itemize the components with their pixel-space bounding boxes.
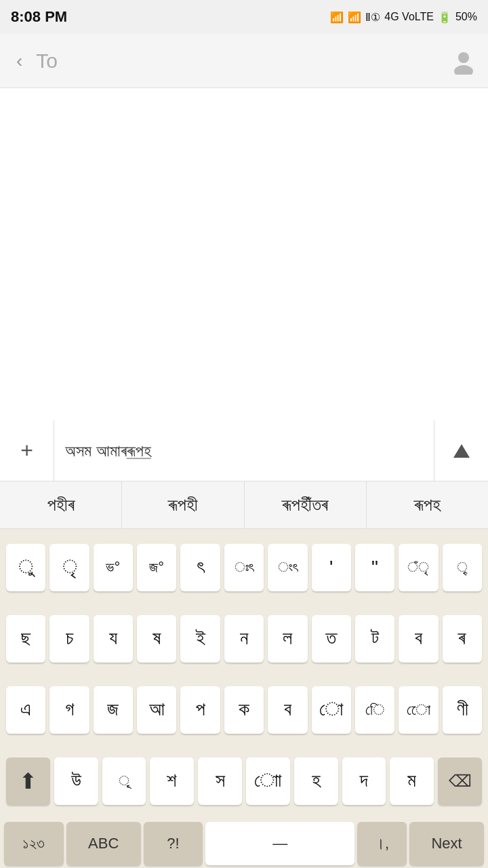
key-ra[interactable]: ৰ: [443, 615, 482, 663]
key-ba[interactable]: ব: [399, 615, 438, 663]
key-ta[interactable]: ত: [312, 615, 351, 663]
key-cha[interactable]: চ: [49, 615, 89, 663]
key-uu[interactable]: উ: [54, 757, 98, 805]
typed-text-prefix: অসম আমাৰ: [65, 441, 127, 460]
shift-key[interactable]: ⬆: [6, 757, 50, 805]
bottom-keyboard-row: ১২৩ ABC ?! — ।, Next: [0, 819, 488, 868]
to-input[interactable]: To: [36, 50, 442, 73]
key-ret[interactable]: ৎ: [180, 544, 220, 591]
next-button[interactable]: Next: [409, 822, 484, 865]
suggestions-plus-button[interactable]: +: [0, 420, 54, 481]
comma-key[interactable]: ।,: [357, 822, 407, 865]
back-button[interactable]: ‹: [11, 45, 28, 77]
abc-key[interactable]: ABC: [66, 822, 141, 865]
key-chha[interactable]: ছ: [6, 615, 45, 663]
key-i[interactable]: ই: [180, 615, 220, 663]
space-key[interactable]: —: [205, 822, 354, 865]
key-na[interactable]: ন: [224, 615, 264, 663]
key-ja[interactable]: জ: [94, 686, 133, 734]
key-bh-sup[interactable]: ভ°: [94, 544, 133, 591]
bluetooth-icon: 📶: [330, 11, 344, 24]
key-visarg[interactable]: ঃৎ: [224, 544, 264, 591]
key-sha2[interactable]: শ: [150, 757, 194, 805]
punct-key[interactable]: ?!: [144, 822, 203, 865]
key-row-1: ু ৃ ভ° জ° ৎ ঃৎ ংৎ ' " ঁৃ ৃ্: [0, 532, 488, 603]
signal-icon: Ⅱ①: [365, 11, 380, 24]
key-ka[interactable]: ক: [224, 686, 264, 734]
key-u-vowel[interactable]: ু: [6, 544, 45, 591]
keyboard-section: + অসম আমাৰ ৰূপহ পহীৰ ৰূপহী ৰূপহীঁতৰ ৰূপহ…: [0, 420, 488, 868]
suggestions-top-bar: + অসম আমাৰ ৰূপহ: [0, 420, 488, 481]
key-ma[interactable]: ম: [390, 757, 434, 805]
key-pa[interactable]: প: [180, 686, 220, 734]
key-oe-vow[interactable]: োে: [399, 686, 438, 734]
key-ga[interactable]: গ: [49, 686, 89, 734]
key-ri-vowel[interactable]: ৃ: [49, 544, 89, 591]
delete-icon: ⌫: [449, 772, 472, 791]
key-ha[interactable]: হ: [294, 757, 338, 805]
status-icons: 📶 📶 Ⅱ① 4G VoLTE 🔋 50%: [330, 11, 477, 24]
key-e[interactable]: এ: [6, 686, 45, 734]
key-ba2[interactable]: ব: [268, 686, 307, 734]
suggestion-item-3[interactable]: ৰূপহ: [367, 481, 488, 528]
network-label: 4G VoLTE: [384, 11, 434, 23]
wifi-icon: 📶: [348, 11, 361, 24]
key-i-vow[interactable]: িে: [355, 686, 394, 734]
key-la[interactable]: ল: [268, 615, 307, 663]
key-row-2: ছ চ য ষ ই ন ল ত ট ব ৰ: [0, 603, 488, 674]
key-tta[interactable]: ট: [355, 615, 394, 663]
key-o2[interactable]: োা: [246, 757, 290, 805]
key-row-4: ⬆ উ ূ্ শ স োা হ দ ম ⌫: [0, 745, 488, 816]
keyboard-rows: ু ৃ ভ° জ° ৎ ঃৎ ংৎ ' " ঁৃ ৃ্ ছ চ য ষ ই ন …: [0, 529, 488, 819]
contact-icon-button[interactable]: [450, 47, 477, 75]
key-j-sup[interactable]: জ°: [137, 544, 176, 591]
space-icon: —: [272, 835, 287, 852]
suggestion-item-2[interactable]: ৰূপহীঁতৰ: [245, 481, 367, 528]
key-da[interactable]: দ: [342, 757, 386, 805]
svg-point-0: [458, 52, 469, 63]
status-bar: 8:08 PM 📶 📶 Ⅱ① 4G VoLTE 🔋 50%: [0, 0, 488, 34]
email-body-area[interactable]: [0, 88, 488, 420]
key-sha[interactable]: ষ: [137, 615, 176, 663]
key-ya[interactable]: য: [94, 615, 133, 663]
key-sa[interactable]: স: [198, 757, 242, 805]
typed-text-underlined: ৰূপহ: [127, 441, 151, 460]
key-o-vow[interactable]: ো: [312, 686, 351, 734]
num-key[interactable]: ১২৩: [4, 822, 64, 865]
key-apos[interactable]: ': [312, 544, 351, 591]
status-time: 8:08 PM: [11, 8, 67, 26]
key-misc1[interactable]: ৃ্: [443, 544, 482, 591]
key-row-3: এ গ জ আ প ক ব ো িে োে ণী: [0, 674, 488, 745]
battery-icon: 🔋: [438, 11, 451, 24]
key-quote[interactable]: ": [355, 544, 394, 591]
typed-suggestion-text: অসম আমাৰ ৰূপহ: [54, 420, 434, 481]
suggestion-row: পহীৰ ৰূপহী ৰূপহীঁতৰ ৰূপহ: [0, 481, 488, 529]
delete-key[interactable]: ⌫: [438, 757, 482, 805]
suggestion-item-0[interactable]: পহীৰ: [0, 481, 122, 528]
shift-icon: ⬆: [19, 768, 37, 794]
suggestions-up-button[interactable]: [434, 420, 488, 481]
svg-point-1: [454, 65, 473, 75]
suggestion-item-1[interactable]: ৰূপহী: [122, 481, 244, 528]
key-ni[interactable]: ণী: [443, 686, 482, 734]
key-uu-vow[interactable]: ূ্: [102, 757, 146, 805]
key-anu[interactable]: ংৎ: [268, 544, 307, 591]
battery-level: 50%: [455, 11, 477, 23]
key-aa[interactable]: আ: [137, 686, 176, 734]
plus-icon: +: [20, 438, 33, 463]
up-arrow-icon: [453, 444, 470, 458]
header-bar: ‹ To: [0, 34, 488, 88]
key-chand[interactable]: ঁৃ: [399, 544, 438, 591]
